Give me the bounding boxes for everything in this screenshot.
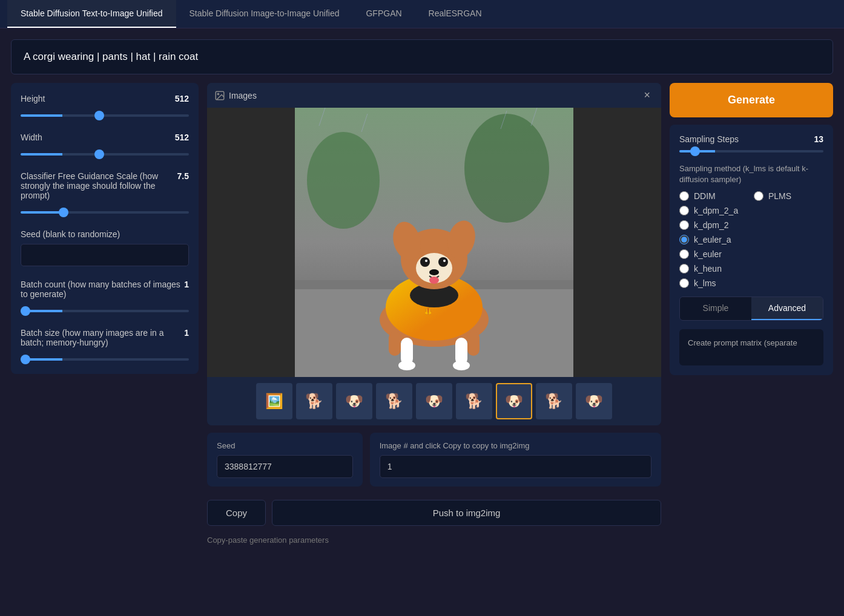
- thumbnail-5[interactable]: 🐕: [456, 383, 492, 419]
- radio-ddim-label[interactable]: DDIM: [694, 191, 716, 201]
- copy-button[interactable]: Copy: [207, 500, 266, 526]
- thumbnail-3[interactable]: 🐕: [376, 383, 412, 419]
- tab-txt2img[interactable]: Stable Diffusion Text-to-Image Unified: [7, 0, 176, 28]
- batch-count-slider[interactable]: [21, 310, 189, 312]
- batch-size-slider[interactable]: [21, 358, 189, 361]
- copy-instruction-label: Image # and click Copy to copy to img2im…: [380, 441, 651, 450]
- cfg-section: Classifier Free Guidance Scale (how stro…: [21, 171, 189, 216]
- seed-section: Seed (blank to randomize): [21, 229, 189, 266]
- svg-point-1: [217, 93, 219, 94]
- generate-button[interactable]: Generate: [670, 83, 833, 117]
- sampling-steps-slider[interactable]: [679, 150, 823, 152]
- radio-k-euler-a-label[interactable]: k_euler_a: [694, 235, 731, 244]
- width-section: Width 512: [21, 133, 189, 158]
- thumbnail-1[interactable]: 🐕: [296, 383, 332, 419]
- radio-k-dpm-2-label[interactable]: k_dpm_2: [694, 220, 729, 230]
- tab-realesrgan[interactable]: RealESRGAN: [415, 0, 495, 28]
- tab-img2img[interactable]: Stable Diffusion Image-to-Image Unified: [176, 0, 353, 28]
- svg-point-18: [429, 269, 439, 275]
- radio-k-dpm-2-a[interactable]: [679, 206, 689, 215]
- sampling-steps-value: 13: [814, 134, 823, 144]
- thumbnail-6[interactable]: 🐶: [496, 383, 532, 419]
- svg-point-25: [453, 361, 470, 370]
- thumbnail-4[interactable]: 🐶: [416, 383, 452, 419]
- thumbnail-0[interactable]: 🖼️: [256, 383, 292, 419]
- thumbnail-7[interactable]: 🐕: [536, 383, 572, 419]
- image-viewer: Images ×: [207, 83, 661, 425]
- radio-k-dpm-2-a-label[interactable]: k_dpm_2_a: [694, 206, 738, 215]
- radio-row-k-euler: k_euler: [679, 249, 823, 259]
- prompt-input[interactable]: [11, 39, 833, 74]
- main-image-display: 🦺: [207, 108, 661, 377]
- svg-text:🦺: 🦺: [424, 307, 432, 315]
- batch-count-label: Batch count (how many batches of images …: [21, 280, 184, 299]
- seed-result-value: 3388812777: [217, 455, 353, 478]
- batch-count-value: 1: [184, 280, 189, 299]
- width-value: 512: [175, 133, 189, 142]
- tab-bar: Stable Diffusion Text-to-Image Unified S…: [0, 0, 844, 28]
- sampling-method-section: Sampling method (k_lms is default k-diff…: [679, 163, 823, 288]
- height-value: 512: [175, 94, 189, 103]
- height-section: Height 512: [21, 94, 189, 119]
- sampling-steps-label: Sampling Steps: [679, 134, 739, 144]
- batch-size-section: Batch size (how many images are in a bat…: [21, 328, 189, 363]
- push-to-img2img-button[interactable]: Push to img2img: [272, 500, 661, 526]
- left-panel: Height 512 Width 512 Classifier Free Gui…: [11, 83, 199, 374]
- copy-params-label: Copy-paste generation parameters: [207, 533, 661, 547]
- height-slider[interactable]: [21, 114, 189, 117]
- right-panel: Generate Sampling Steps 13 Sampling meth…: [670, 83, 833, 375]
- right-settings: Sampling Steps 13 Sampling method (k_lms…: [670, 125, 833, 375]
- radio-k-lms[interactable]: [679, 278, 689, 288]
- image-viewer-icon: [214, 90, 225, 101]
- create-prompt-matrix-box: Create prompt matrix (separate: [679, 329, 823, 365]
- svg-point-24: [398, 361, 415, 370]
- thumbnail-strip: 🖼️ 🐕 🐶 🐕 🐶 🐕 🐶 🐕 🐶: [207, 377, 661, 425]
- radio-k-dpm-2[interactable]: [679, 220, 689, 230]
- radio-plms[interactable]: [754, 191, 763, 201]
- mode-tabs: Simple Advanced: [679, 297, 823, 321]
- sampling-method-options: DDIM PLMS k_dpm_2_a: [679, 191, 823, 288]
- radio-k-euler[interactable]: [679, 249, 689, 259]
- radio-k-heun-label[interactable]: k_heun: [694, 264, 722, 274]
- cfg-slider[interactable]: [21, 211, 189, 214]
- batch-count-section: Batch count (how many batches of images …: [21, 280, 189, 315]
- radio-k-lms-label[interactable]: k_lms: [694, 278, 716, 288]
- main-content: Height 512 Width 512 Classifier Free Gui…: [0, 28, 844, 553]
- svg-point-14: [420, 257, 430, 267]
- radio-row-plms: PLMS: [754, 191, 823, 201]
- radio-k-euler-label[interactable]: k_euler: [694, 249, 722, 259]
- radio-k-euler-a[interactable]: [679, 235, 689, 244]
- radio-ddim[interactable]: [679, 191, 689, 201]
- radio-row-k-dpm-2: k_dpm_2: [679, 220, 823, 230]
- svg-point-16: [425, 260, 427, 262]
- svg-point-19: [429, 277, 439, 284]
- thumbnail-8[interactable]: 🐶: [576, 383, 612, 419]
- batch-size-label: Batch size (how many images are in a bat…: [21, 328, 184, 347]
- bottom-row: Seed 3388812777 Image # and click Copy t…: [207, 433, 661, 487]
- tab-advanced[interactable]: Advanced: [751, 297, 823, 320]
- corgi-image-svg: 🦺: [295, 108, 573, 377]
- copy-box: Image # and click Copy to copy to img2im…: [370, 433, 661, 487]
- svg-point-17: [443, 260, 446, 262]
- thumbnail-2[interactable]: 🐶: [336, 383, 372, 419]
- svg-rect-23: [467, 332, 480, 356]
- width-slider[interactable]: [21, 153, 189, 156]
- radio-row-ddim: DDIM: [679, 191, 749, 201]
- tab-simple[interactable]: Simple: [680, 297, 751, 320]
- action-buttons: Copy Push to img2img: [207, 500, 661, 526]
- radio-plms-label[interactable]: PLMS: [768, 191, 791, 201]
- center-panel: Images ×: [207, 83, 661, 547]
- batch-size-value: 1: [184, 328, 189, 347]
- radio-k-heun[interactable]: [679, 264, 689, 274]
- seed-input[interactable]: [21, 244, 189, 266]
- radio-row-k-lms: k_lms: [679, 278, 823, 288]
- width-label: Width: [21, 133, 42, 142]
- close-image-viewer-button[interactable]: ×: [640, 88, 654, 103]
- svg-point-6: [464, 114, 549, 223]
- radio-row-k-euler-a: k_euler_a: [679, 235, 823, 244]
- radio-row-k-heun: k_heun: [679, 264, 823, 274]
- sampling-method-label: Sampling method (k_lms is default k-diff…: [679, 163, 823, 185]
- svg-point-5: [307, 132, 380, 229]
- tab-gfpgan[interactable]: GFPGAN: [352, 0, 415, 28]
- radio-row-k-dpm-2-a: k_dpm_2_a: [679, 206, 823, 215]
